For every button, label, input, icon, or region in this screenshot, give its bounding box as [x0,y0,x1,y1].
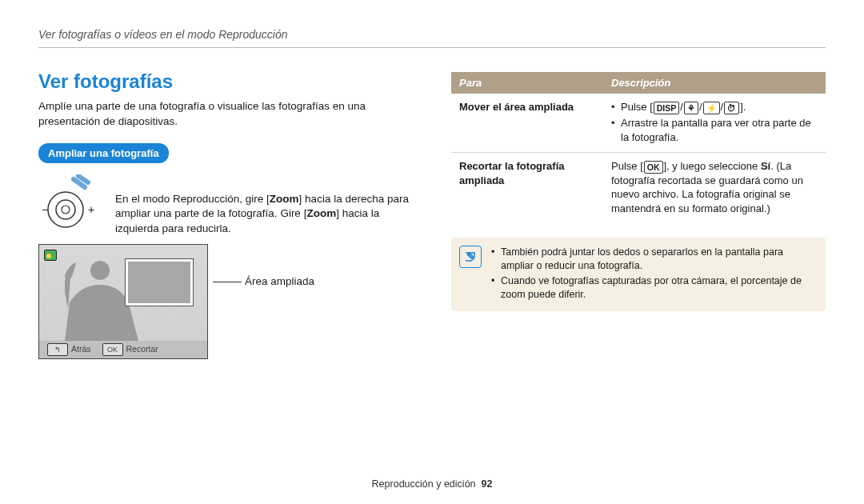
zoom-lever-illustration: − + [38,174,101,230]
subsection-pill-ampliar: Ampliar una fotografía [38,143,169,164]
svg-text:−: − [42,203,48,216]
screen-back-button: ↰Atrás [47,343,91,356]
enlarged-area-label: Área ampliada [222,244,314,289]
macro-icon: ⚘ [684,102,698,114]
screen-ok-button: OKRecortar [102,343,158,356]
svg-text:+: + [88,203,94,216]
note-item: También podrá juntar los dedos o separar… [491,246,814,273]
note-info-icon: ✎ [459,246,482,268]
photo-type-icon [44,250,57,261]
timer-icon: ⏱ [724,102,739,114]
flash-icon: ⚡ [703,102,720,114]
zoom-instruction-text: En el modo Reproducción, gire [Zoom] hac… [115,174,413,236]
ok-key-icon: OK [644,161,663,174]
actions-table: Para Descripción Mover el área ampliada … [451,72,826,222]
row-recortar-label: Recortar la fotografía ampliada [451,153,603,222]
section-title: Ver fotografías [38,69,413,94]
table-row: Mover el área ampliada Pulse [DISP/⚘/⚡/⏱… [451,94,826,152]
page-header: Ver fotografías o vídeos en el modo Repr… [38,27,826,48]
page-footer: Reproducción y edición 92 [0,478,864,491]
svg-point-2 [62,206,70,214]
right-column: Para Descripción Mover el área ampliada … [451,69,826,359]
table-header-descripcion: Descripción [603,72,826,94]
table-header-para: Para [451,72,603,94]
left-column: Ver fotografías Amplíe una parte de una … [38,69,413,359]
zoom-inset-rectangle [126,259,193,306]
note-box: ✎ También podrá juntar los dedos o separ… [451,238,826,311]
table-row: Recortar la fotografía ampliada Pulse [O… [451,153,826,222]
camera-screen-illustration: ↰Atrás OKRecortar [38,244,208,359]
row-recortar-desc: Pulse [OK], y luego seleccione Sí. (La f… [603,153,826,222]
section-intro: Amplíe una parte de una fotografía o vis… [38,99,413,128]
note-item: Cuando ve fotografías capturadas por otr… [491,274,814,302]
row-mover-label: Mover el área ampliada [451,94,603,152]
disp-key-icon: DISP [654,102,680,114]
row-mover-desc: Pulse [DISP/⚘/⚡/⏱]. Arrastre la pantalla… [603,94,826,152]
ok-key-icon: OK [102,343,123,356]
back-key-icon: ↰ [47,343,68,356]
